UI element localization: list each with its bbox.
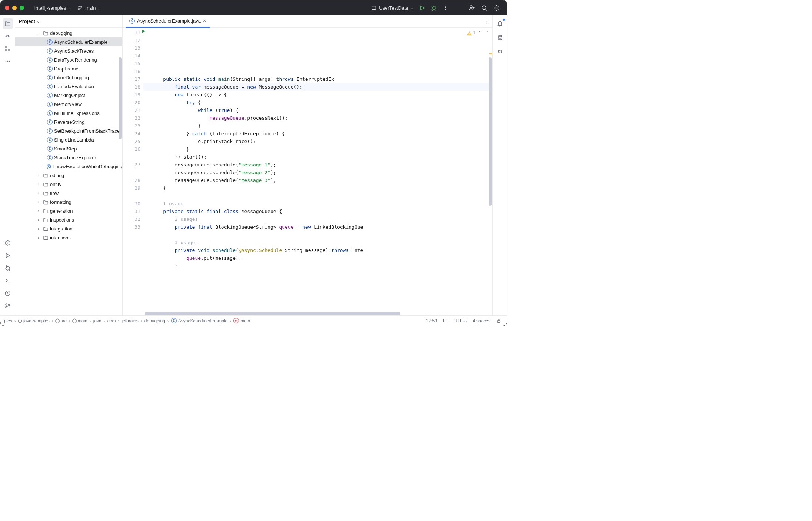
chevron-right-icon[interactable]: › (36, 173, 41, 177)
commit-tool[interactable] (3, 31, 13, 41)
indent[interactable]: 4 spaces (470, 318, 493, 323)
readonly-toggle[interactable] (494, 318, 503, 323)
breadcrumb-item[interactable]: java (93, 318, 102, 323)
tree-label: formatting (50, 199, 71, 205)
structure-tool[interactable] (3, 43, 13, 54)
breadcrumb-item[interactable]: main (73, 318, 87, 323)
warning-stripe[interactable] (489, 53, 492, 54)
tree-class-item[interactable]: CDataTypeRendering (15, 55, 122, 64)
problems-tool[interactable] (3, 288, 13, 298)
tree-folder-item[interactable]: ›integration (15, 224, 122, 233)
services-tool[interactable] (3, 238, 13, 248)
run-button[interactable] (416, 4, 428, 12)
tree-class-item[interactable]: CSingleLineLambda (15, 135, 122, 144)
tree-folder-item[interactable]: ›entity (15, 180, 122, 189)
class-icon: C (129, 18, 135, 24)
editor-tab[interactable]: C AsyncSchedulerExample.java × (126, 15, 210, 28)
svg-point-21 (8, 304, 10, 305)
line-separator[interactable]: LF (441, 318, 450, 323)
tree-label: MultiLineExpressions (54, 110, 100, 116)
tree-class-item[interactable]: CThrowExceptionWhileDebugging (15, 162, 122, 171)
chevron-right-icon[interactable]: › (36, 200, 41, 204)
vcs-tool[interactable] (3, 301, 13, 311)
project-panel-header[interactable]: Project ⌄ (15, 15, 122, 28)
caret-position[interactable]: 12:53 (424, 318, 439, 323)
tree-class-item[interactable]: CAsyncSchedulerExample (15, 37, 122, 46)
svg-point-17 (9, 61, 10, 62)
tab-actions[interactable]: ⋮ (485, 19, 492, 24)
code-editor[interactable]: 1112131415161718192021222324252627282930… (123, 28, 492, 312)
tree-class-item[interactable]: CAsyncStackTraces (15, 46, 122, 55)
breadcrumb-item[interactable]: src (56, 318, 67, 323)
tree-class-item[interactable]: CDropFrame (15, 64, 122, 73)
tree-label: inspections (50, 217, 74, 223)
minimize-window[interactable] (12, 6, 17, 10)
tree-folder-item[interactable]: ›formatting (15, 198, 122, 206)
debug-button[interactable] (428, 3, 440, 12)
tree-class-item[interactable]: CLambdaEvaluation (15, 82, 122, 91)
statusbar: ples› java-samples› src› main› java› com… (0, 315, 507, 326)
maven-tool[interactable]: m (495, 46, 505, 57)
tree-class-item[interactable]: CSmartStep (15, 144, 122, 153)
tree-folder-item[interactable]: ›editing (15, 171, 122, 180)
tree-class-item[interactable]: CSetBreakpointFromStackTrace (15, 126, 122, 135)
tree-class-item[interactable]: CMemoryView (15, 100, 122, 109)
chevron-right-icon[interactable]: › (36, 182, 41, 186)
tree-class-item[interactable]: CStackTraceExplorer (15, 153, 122, 162)
chevron-right-icon[interactable]: › (36, 191, 41, 195)
chevron-right-icon[interactable]: › (36, 218, 41, 222)
svg-point-22 (498, 35, 502, 37)
notifications-tool[interactable] (495, 18, 505, 29)
tree-folder-debugging[interactable]: ⌄ debugging (15, 29, 122, 37)
window-controls (5, 6, 24, 10)
breadcrumb-item[interactable]: java-samples (18, 318, 50, 323)
project-name: intellij-samples (34, 5, 66, 11)
more-actions[interactable] (440, 4, 451, 12)
chevron-down-icon[interactable]: ⌄ (36, 31, 41, 35)
chevron-right-icon[interactable]: › (36, 209, 41, 213)
tree-class-item[interactable]: CMarkingObject (15, 91, 122, 100)
breadcrumb-item[interactable]: jetbrains (122, 318, 138, 323)
search-everywhere[interactable] (478, 3, 490, 13)
code-with-me[interactable] (466, 3, 478, 13)
editor-hscrollbar-track (123, 312, 492, 315)
gutter[interactable]: 1112131415161718192021222324252627282930… (123, 28, 143, 312)
build-tool[interactable] (3, 263, 13, 273)
project-selector[interactable]: intellij-samples ⌄ (31, 4, 74, 12)
more-tools[interactable] (3, 56, 13, 66)
chevron-right-icon[interactable]: › (36, 227, 41, 231)
breadcrumb-item[interactable]: ples (4, 318, 12, 323)
branch-selector[interactable]: main ⌄ (74, 3, 104, 12)
close-tab-icon[interactable]: × (203, 18, 206, 24)
run-config-selector[interactable]: UserTestData ⌄ (368, 3, 416, 12)
svg-point-10 (496, 7, 497, 9)
database-tool[interactable] (495, 32, 505, 43)
run-tool[interactable] (3, 250, 13, 260)
project-tool[interactable] (3, 18, 13, 29)
editor-vscrollbar[interactable] (489, 57, 492, 206)
settings-button[interactable] (490, 3, 503, 13)
breadcrumb-item[interactable]: com (107, 318, 116, 323)
chevron-right-icon[interactable]: › (36, 236, 41, 240)
tree-class-item[interactable]: CMultiLineExpressions (15, 109, 122, 117)
code-content[interactable]: 1 ˄˅ public static void main(String[] ar… (143, 28, 492, 312)
maximize-window[interactable] (20, 6, 24, 10)
tree-folder-item[interactable]: ›intentions (15, 233, 122, 242)
tree-folder-item[interactable]: ›flow (15, 189, 122, 198)
breadcrumb-item[interactable]: mmain (233, 318, 250, 323)
tree-class-item[interactable]: CInlineDebugging (15, 73, 122, 82)
tree-folder-item[interactable]: ›inspections (15, 215, 122, 224)
prev-highlight[interactable]: ˄ (477, 29, 483, 37)
breadcrumb-item[interactable]: CAsyncSchedulerExample (171, 318, 227, 323)
terminal-tool[interactable] (3, 275, 13, 286)
tree-folder-item[interactable]: ›generation (15, 206, 122, 215)
inspection-badge[interactable]: 1 (467, 29, 475, 37)
breadcrumb-item[interactable]: debugging (144, 318, 165, 323)
encoding[interactable]: UTF-8 (452, 318, 469, 323)
tree-scrollbar[interactable] (119, 57, 122, 139)
next-highlight[interactable]: ˅ (484, 29, 490, 37)
editor-hscrollbar[interactable] (145, 312, 400, 315)
close-window[interactable] (5, 6, 9, 10)
tree-class-item[interactable]: CReverseString (15, 117, 122, 126)
project-tree[interactable]: ⌄ debugging CAsyncSchedulerExampleCAsync… (15, 28, 122, 315)
